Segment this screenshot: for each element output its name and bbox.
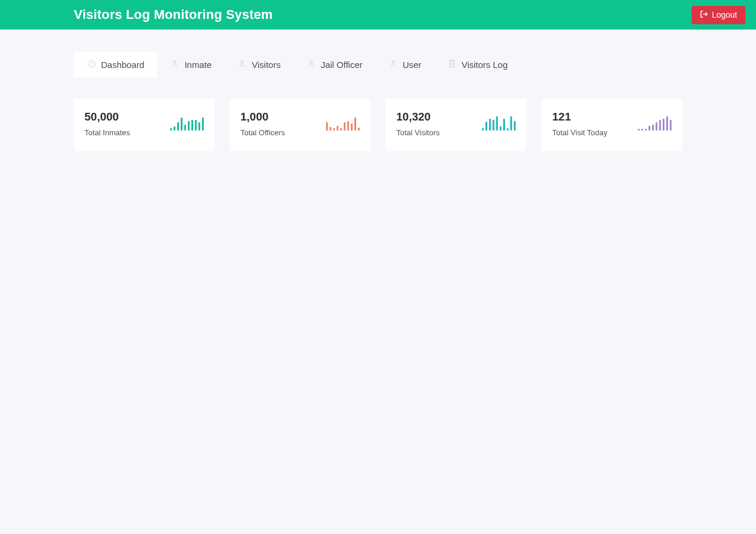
svg-point-2	[174, 61, 176, 63]
stat-label: Total Officers	[240, 128, 285, 137]
tab-label: Dashboard	[101, 60, 144, 70]
stat-label: Total Visitors	[396, 128, 439, 137]
stat-value: 50,000	[84, 110, 130, 123]
stat-card-visitors: 10,320 Total Visitors	[386, 99, 526, 151]
tab-label: Inmate	[184, 60, 211, 70]
svg-point-4	[310, 61, 312, 63]
app-title: Visitors Log Monitoring System	[74, 7, 273, 22]
stat-card-visits-today: 121 Total Visit Today	[542, 99, 682, 151]
svg-point-5	[392, 61, 395, 63]
tab-label: Visitors Log	[461, 60, 507, 70]
stat-card-officers: 1,000 Total Officers	[230, 99, 370, 151]
stat-cards: 50,000 Total Inmates 1,000 Total Officer…	[74, 99, 682, 151]
stat-card-inmates: 50,000 Total Inmates	[74, 99, 214, 151]
tab-label: User	[403, 60, 422, 70]
stat-value: 10,320	[396, 110, 439, 123]
sparkline-icon	[326, 113, 360, 131]
header: Visitors Log Monitoring System Logout	[0, 0, 756, 30]
tab-jail-officer[interactable]: Jail Officer	[294, 52, 376, 77]
tab-label: Visitors	[252, 60, 281, 70]
tab-label: Jail Officer	[321, 60, 363, 70]
person-icon	[389, 59, 398, 70]
svg-rect-6	[449, 61, 454, 67]
tab-dashboard[interactable]: Dashboard	[74, 52, 157, 77]
person-icon	[307, 59, 316, 70]
tab-visitors[interactable]: Visitors	[224, 52, 294, 77]
stat-value: 121	[552, 110, 607, 123]
sparkline-icon	[170, 113, 204, 131]
tab-inmate[interactable]: Inmate	[157, 52, 224, 77]
logout-label: Logout	[712, 10, 737, 19]
sparkline-icon	[482, 113, 516, 131]
logout-icon	[700, 10, 708, 20]
person-icon	[170, 59, 180, 70]
tab-visitors-log[interactable]: Visitors Log	[434, 52, 520, 77]
tabs: Dashboard Inmate Visitors Jail Officer	[74, 52, 756, 77]
svg-point-3	[241, 61, 243, 63]
stat-value: 1,000	[240, 110, 285, 123]
logout-button[interactable]: Logout	[692, 6, 745, 24]
clipboard-icon	[447, 59, 457, 70]
sparkline-icon	[638, 113, 672, 131]
dashboard-icon	[87, 59, 96, 70]
tab-user[interactable]: User	[376, 52, 435, 77]
person-icon	[237, 59, 247, 70]
stat-label: Total Visit Today	[552, 128, 607, 137]
stat-label: Total Inmates	[84, 128, 130, 137]
